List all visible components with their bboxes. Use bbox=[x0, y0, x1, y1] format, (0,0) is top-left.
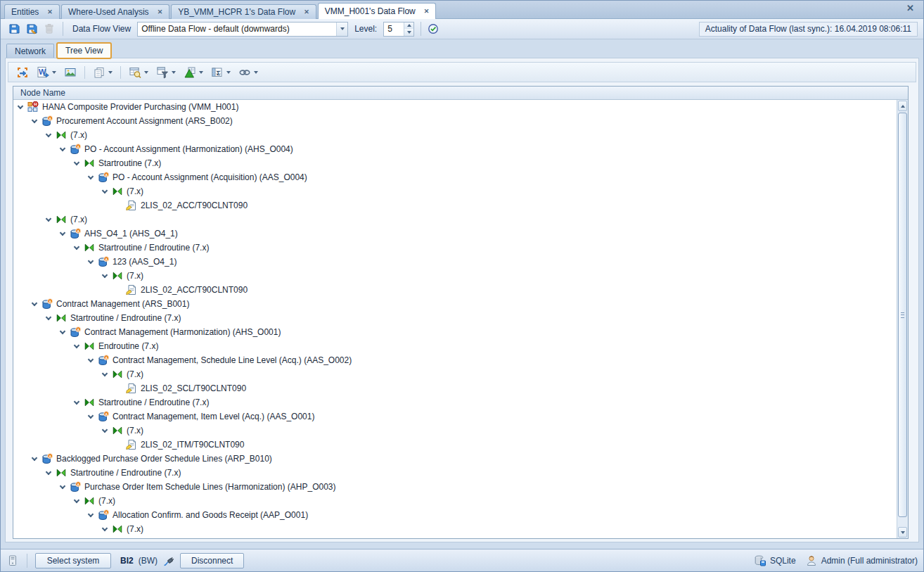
tree-node-row[interactable]: (7.x) bbox=[13, 367, 897, 381]
chevron-down-icon[interactable] bbox=[43, 312, 54, 324]
chevron-down-icon[interactable] bbox=[336, 23, 347, 36]
tree-node-row[interactable]: Startroutine / Endroutine (7.x) bbox=[13, 241, 897, 255]
tree-node-row[interactable]: AContract Management, Item Level (Acq.) … bbox=[13, 409, 897, 424]
tree-node-row[interactable]: AContract Management, Schedule Line Leve… bbox=[13, 353, 897, 367]
tree-node-row[interactable]: AAllocation Confirm. and Goods Receipt (… bbox=[13, 508, 897, 522]
save-button[interactable] bbox=[6, 22, 21, 37]
tree-node-row[interactable]: APO - Account Assignment (Acquisition) (… bbox=[13, 170, 897, 184]
chevron-down-icon[interactable] bbox=[71, 341, 82, 352]
tree-node-row[interactable]: (7.x) bbox=[13, 522, 897, 536]
tree-node-row[interactable]: 2LIS_02_ITM/T90CLNT090 bbox=[13, 438, 897, 452]
chevron-down-icon[interactable] bbox=[85, 509, 96, 521]
chevron-down-icon[interactable] bbox=[43, 467, 54, 478]
view-tab-tree-view[interactable]: Tree View bbox=[56, 42, 112, 59]
chevron-down-icon[interactable] bbox=[57, 326, 68, 338]
disconnect-button[interactable]: Disconnect bbox=[180, 553, 244, 568]
tree-node-row[interactable]: (7.x) bbox=[13, 494, 897, 508]
tree-node-row[interactable]: A123 (AAS_O4_1) bbox=[13, 255, 897, 269]
tree-node-row[interactable]: (7.x) bbox=[13, 424, 897, 438]
chevron-down-icon[interactable] bbox=[15, 101, 26, 113]
chevron-down-icon[interactable] bbox=[52, 71, 56, 74]
copy-button[interactable] bbox=[90, 65, 115, 80]
tree-node-row[interactable]: (7.x) bbox=[13, 269, 897, 283]
tree-node-row[interactable]: 2LIS_02_ACC/T90CLNT090 bbox=[13, 283, 897, 297]
tree-node-row[interactable]: AProcurement Account Assignment (ARS_B00… bbox=[13, 114, 897, 128]
tree-node-row[interactable]: Startroutine / Endroutine (7.x) bbox=[13, 466, 897, 480]
close-tab-icon[interactable]: ✕ bbox=[424, 8, 430, 15]
scroll-up-icon[interactable] bbox=[898, 101, 907, 111]
close-tab-icon[interactable]: ✕ bbox=[158, 8, 163, 15]
tree-node-row[interactable]: Startroutine / Endroutine (7.x) bbox=[13, 395, 897, 409]
scrollbar-thumb[interactable] bbox=[898, 113, 907, 517]
chevron-down-icon[interactable] bbox=[29, 298, 40, 310]
document-tab[interactable]: VMM_H001's Data Flow✕ bbox=[318, 3, 437, 19]
tree-node-row[interactable]: 2LIS_02_ACC/T90CLNT090 bbox=[13, 198, 897, 212]
chevron-down-icon[interactable] bbox=[85, 256, 96, 267]
tree-node-row[interactable]: AContract Management (Harmonization) (AH… bbox=[13, 325, 897, 339]
document-tab[interactable]: YB_VMM_HCPR 1's Data Flow✕ bbox=[171, 4, 316, 19]
tree-node-row[interactable]: (7.x) bbox=[13, 184, 897, 198]
spin-down-icon[interactable] bbox=[404, 29, 413, 36]
chevron-down-icon[interactable] bbox=[85, 172, 96, 183]
chevron-down-icon[interactable] bbox=[108, 71, 113, 74]
tree-node-row[interactable]: (7.x) bbox=[13, 128, 897, 142]
filter-button[interactable] bbox=[153, 65, 179, 80]
tree-node-row[interactable]: Endroutine (7.x) bbox=[13, 339, 897, 353]
chevron-down-icon[interactable] bbox=[99, 425, 110, 436]
close-tab-icon[interactable]: ✕ bbox=[304, 8, 309, 15]
tree-node-row[interactable]: Startroutine / Endroutine (7.x) bbox=[13, 311, 897, 325]
link-button[interactable] bbox=[236, 65, 261, 80]
data-flow-select[interactable]: Offline Data Flow - default (downwards) bbox=[137, 22, 348, 37]
search-grid-button[interactable] bbox=[126, 65, 151, 80]
tree-node-row[interactable]: AContract Management (ARS_B001) bbox=[13, 297, 897, 311]
document-tab[interactable]: Where-Used Analysis✕ bbox=[61, 4, 169, 19]
tree-node-row[interactable]: AAHS_O4_1 (AHS_O4_1) bbox=[13, 227, 897, 241]
chevron-down-icon[interactable] bbox=[254, 71, 258, 74]
chevron-down-icon[interactable] bbox=[57, 481, 68, 492]
chevron-down-icon[interactable] bbox=[85, 411, 96, 422]
chevron-down-icon[interactable] bbox=[43, 129, 54, 141]
column-header-node-name[interactable]: Node Name bbox=[13, 87, 908, 100]
chevron-down-icon[interactable] bbox=[71, 242, 82, 253]
view-tab-network[interactable]: Network bbox=[6, 44, 54, 58]
chevron-down-icon[interactable] bbox=[144, 71, 148, 74]
chevron-down-icon[interactable] bbox=[71, 495, 82, 507]
vertical-scrollbar[interactable] bbox=[897, 100, 908, 538]
chevron-down-icon[interactable] bbox=[226, 71, 231, 74]
select-system-button[interactable]: Select system bbox=[35, 553, 111, 568]
chevron-down-icon[interactable] bbox=[71, 397, 82, 408]
chevron-down-icon[interactable] bbox=[29, 115, 40, 127]
tree-grid-button[interactable] bbox=[181, 65, 206, 80]
chevron-down-icon[interactable] bbox=[172, 71, 176, 74]
chevron-down-icon[interactable] bbox=[29, 453, 40, 464]
tree-node-row[interactable]: 2LIS_02_SCL/T90CLNT090 bbox=[13, 381, 897, 395]
tree-node-row[interactable]: APurchase Order Item Schedule Lines (Har… bbox=[13, 480, 897, 494]
save-as-button[interactable] bbox=[24, 22, 39, 37]
tree-node-row[interactable]: Startroutine (7.x) bbox=[13, 156, 897, 170]
tree-node-row[interactable]: ABacklogged Purchase Order Schedule Line… bbox=[13, 452, 897, 466]
image-button[interactable] bbox=[61, 65, 79, 80]
sync-check-icon[interactable] bbox=[428, 23, 439, 34]
chevron-down-icon[interactable] bbox=[85, 355, 96, 366]
tree-node-row[interactable]: (7.x) bbox=[13, 212, 897, 227]
chevron-down-icon[interactable] bbox=[99, 369, 110, 380]
chevron-down-icon[interactable] bbox=[71, 158, 82, 169]
chevron-down-icon[interactable] bbox=[57, 228, 68, 239]
word-export-button[interactable]: W bbox=[34, 65, 59, 80]
chevron-down-icon[interactable] bbox=[43, 214, 54, 225]
spin-up-icon[interactable] bbox=[404, 23, 413, 30]
level-stepper[interactable]: 5 bbox=[383, 22, 414, 37]
tree-node-row[interactable]: APO - Account Assignment (Harmonization)… bbox=[13, 142, 897, 156]
close-icon[interactable]: ✕ bbox=[900, 3, 920, 16]
tree-node-row[interactable]: HHANA Composite Provider Purchasing (VMM… bbox=[13, 100, 897, 114]
chevron-down-icon[interactable] bbox=[199, 71, 203, 74]
chevron-down-icon[interactable] bbox=[99, 523, 110, 535]
close-tab-icon[interactable]: ✕ bbox=[47, 8, 53, 15]
document-tab[interactable]: Entities✕ bbox=[4, 4, 60, 19]
open-editor-button[interactable] bbox=[13, 65, 32, 80]
summary-button[interactable]: Σ bbox=[208, 65, 233, 80]
chevron-down-icon[interactable] bbox=[57, 144, 68, 155]
chevron-down-icon[interactable] bbox=[99, 270, 110, 281]
scroll-down-icon[interactable] bbox=[898, 527, 907, 538]
chevron-down-icon[interactable] bbox=[99, 186, 110, 197]
